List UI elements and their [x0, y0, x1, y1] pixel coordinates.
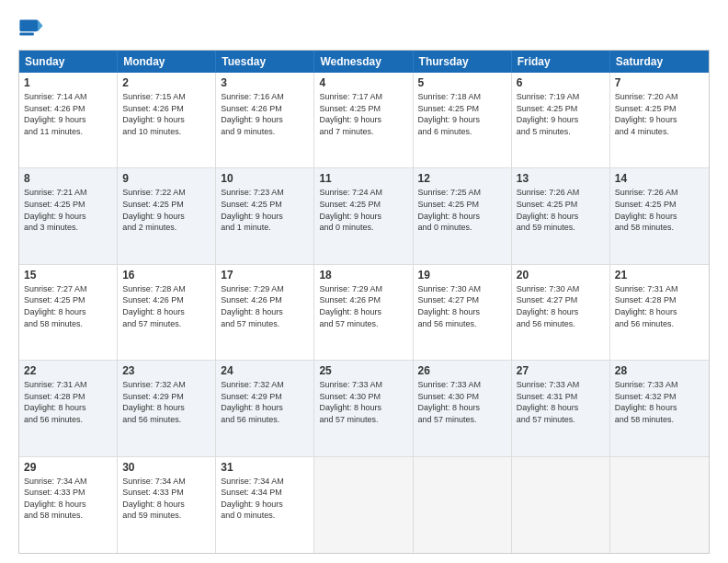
calendar-page: SundayMondayTuesdayWednesdayThursdayFrid… — [0, 0, 728, 563]
day-number: 22 — [24, 364, 112, 377]
cell-info: Sunrise: 7:34 AMSunset: 4:33 PMDaylight:… — [122, 476, 210, 522]
day-number: 11 — [319, 172, 407, 185]
calendar-cell-1: 1Sunrise: 7:14 AMSunset: 4:26 PMDaylight… — [19, 73, 118, 167]
day-number: 20 — [517, 269, 605, 282]
calendar-cell-7: 7Sunrise: 7:20 AMSunset: 4:25 PMDaylight… — [610, 73, 709, 167]
weekday-header-thursday: Thursday — [414, 51, 512, 73]
day-number: 15 — [24, 269, 112, 282]
calendar: SundayMondayTuesdayWednesdayThursdayFrid… — [18, 50, 710, 554]
cell-info: Sunrise: 7:33 AMSunset: 4:30 PMDaylight:… — [319, 379, 407, 425]
calendar-row-4: 22Sunrise: 7:31 AMSunset: 4:28 PMDayligh… — [19, 361, 709, 456]
cell-info: Sunrise: 7:24 AMSunset: 4:25 PMDaylight:… — [319, 187, 407, 233]
cell-info: Sunrise: 7:18 AMSunset: 4:25 PMDaylight:… — [418, 91, 506, 137]
calendar-cell-empty — [414, 457, 512, 553]
cell-info: Sunrise: 7:26 AMSunset: 4:25 PMDaylight:… — [517, 187, 605, 233]
calendar-cell-19: 19Sunrise: 7:30 AMSunset: 4:27 PMDayligh… — [414, 265, 512, 360]
day-number: 26 — [418, 364, 506, 377]
day-number: 1 — [24, 76, 112, 89]
cell-info: Sunrise: 7:25 AMSunset: 4:25 PMDaylight:… — [418, 187, 506, 233]
cell-info: Sunrise: 7:16 AMSunset: 4:26 PMDaylight:… — [221, 91, 309, 137]
calendar-cell-10: 10Sunrise: 7:23 AMSunset: 4:25 PMDayligh… — [216, 168, 314, 263]
day-number: 2 — [122, 76, 210, 89]
calendar-cell-20: 20Sunrise: 7:30 AMSunset: 4:27 PMDayligh… — [512, 265, 610, 360]
cell-info: Sunrise: 7:29 AMSunset: 4:26 PMDaylight:… — [221, 283, 309, 329]
calendar-cell-3: 3Sunrise: 7:16 AMSunset: 4:26 PMDaylight… — [216, 73, 314, 167]
calendar-cell-24: 24Sunrise: 7:32 AMSunset: 4:29 PMDayligh… — [216, 361, 314, 455]
cell-info: Sunrise: 7:20 AMSunset: 4:25 PMDaylight:… — [615, 91, 704, 137]
day-number: 8 — [24, 172, 112, 185]
cell-info: Sunrise: 7:28 AMSunset: 4:26 PMDaylight:… — [122, 283, 210, 329]
calendar-row-2: 8Sunrise: 7:21 AMSunset: 4:25 PMDaylight… — [19, 168, 709, 264]
calendar-cell-empty — [512, 457, 610, 553]
cell-info: Sunrise: 7:32 AMSunset: 4:29 PMDaylight:… — [221, 379, 309, 425]
day-number: 28 — [615, 364, 704, 377]
weekday-header-tuesday: Tuesday — [216, 51, 314, 73]
logo-icon — [18, 15, 44, 40]
calendar-cell-23: 23Sunrise: 7:32 AMSunset: 4:29 PMDayligh… — [118, 361, 216, 455]
calendar-cell-15: 15Sunrise: 7:27 AMSunset: 4:25 PMDayligh… — [19, 265, 118, 360]
day-number: 16 — [122, 269, 210, 282]
day-number: 12 — [418, 172, 506, 185]
weekday-header-saturday: Saturday — [610, 51, 709, 73]
calendar-cell-18: 18Sunrise: 7:29 AMSunset: 4:26 PMDayligh… — [314, 265, 413, 360]
weekday-header-wednesday: Wednesday — [314, 51, 413, 73]
calendar-row-5: 29Sunrise: 7:34 AMSunset: 4:33 PMDayligh… — [19, 457, 709, 553]
day-number: 18 — [319, 269, 407, 282]
day-number: 25 — [319, 364, 407, 377]
page-header — [18, 15, 710, 40]
calendar-cell-6: 6Sunrise: 7:19 AMSunset: 4:25 PMDaylight… — [512, 73, 610, 167]
cell-info: Sunrise: 7:27 AMSunset: 4:25 PMDaylight:… — [24, 283, 112, 329]
day-number: 19 — [418, 269, 506, 282]
svg-rect-0 — [19, 20, 38, 32]
calendar-cell-22: 22Sunrise: 7:31 AMSunset: 4:28 PMDayligh… — [19, 361, 118, 455]
calendar-cell-empty — [314, 457, 413, 553]
cell-info: Sunrise: 7:26 AMSunset: 4:25 PMDaylight:… — [615, 187, 704, 233]
calendar-body: 1Sunrise: 7:14 AMSunset: 4:26 PMDaylight… — [19, 73, 709, 553]
calendar-header: SundayMondayTuesdayWednesdayThursdayFrid… — [19, 51, 709, 73]
calendar-cell-14: 14Sunrise: 7:26 AMSunset: 4:25 PMDayligh… — [610, 168, 709, 263]
day-number: 31 — [221, 461, 309, 474]
cell-info: Sunrise: 7:34 AMSunset: 4:34 PMDaylight:… — [221, 476, 309, 522]
day-number: 3 — [221, 76, 309, 89]
cell-info: Sunrise: 7:14 AMSunset: 4:26 PMDaylight:… — [24, 91, 112, 137]
calendar-cell-31: 31Sunrise: 7:34 AMSunset: 4:34 PMDayligh… — [216, 457, 314, 553]
cell-info: Sunrise: 7:32 AMSunset: 4:29 PMDaylight:… — [122, 379, 210, 425]
cell-info: Sunrise: 7:31 AMSunset: 4:28 PMDaylight:… — [615, 283, 704, 329]
cell-info: Sunrise: 7:29 AMSunset: 4:26 PMDaylight:… — [319, 283, 407, 329]
weekday-header-friday: Friday — [512, 51, 610, 73]
calendar-cell-30: 30Sunrise: 7:34 AMSunset: 4:33 PMDayligh… — [118, 457, 216, 553]
calendar-row-3: 15Sunrise: 7:27 AMSunset: 4:25 PMDayligh… — [19, 265, 709, 361]
day-number: 24 — [221, 364, 309, 377]
svg-rect-2 — [19, 33, 33, 36]
calendar-cell-2: 2Sunrise: 7:15 AMSunset: 4:26 PMDaylight… — [118, 73, 216, 167]
calendar-cell-28: 28Sunrise: 7:33 AMSunset: 4:32 PMDayligh… — [610, 361, 709, 455]
calendar-cell-empty — [610, 457, 709, 553]
day-number: 27 — [517, 364, 605, 377]
cell-info: Sunrise: 7:23 AMSunset: 4:25 PMDaylight:… — [221, 187, 309, 233]
cell-info: Sunrise: 7:34 AMSunset: 4:33 PMDaylight:… — [24, 476, 112, 522]
day-number: 7 — [615, 76, 704, 89]
cell-info: Sunrise: 7:22 AMSunset: 4:25 PMDaylight:… — [122, 187, 210, 233]
calendar-cell-21: 21Sunrise: 7:31 AMSunset: 4:28 PMDayligh… — [610, 265, 709, 360]
cell-info: Sunrise: 7:15 AMSunset: 4:26 PMDaylight:… — [122, 91, 210, 137]
cell-info: Sunrise: 7:33 AMSunset: 4:32 PMDaylight:… — [615, 379, 704, 425]
calendar-row-1: 1Sunrise: 7:14 AMSunset: 4:26 PMDaylight… — [19, 73, 709, 168]
cell-info: Sunrise: 7:33 AMSunset: 4:30 PMDaylight:… — [418, 379, 506, 425]
cell-info: Sunrise: 7:31 AMSunset: 4:28 PMDaylight:… — [24, 379, 112, 425]
logo — [18, 15, 46, 40]
cell-info: Sunrise: 7:33 AMSunset: 4:31 PMDaylight:… — [517, 379, 605, 425]
day-number: 5 — [418, 76, 506, 89]
day-number: 4 — [319, 76, 407, 89]
day-number: 9 — [122, 172, 210, 185]
calendar-cell-27: 27Sunrise: 7:33 AMSunset: 4:31 PMDayligh… — [512, 361, 610, 455]
calendar-cell-5: 5Sunrise: 7:18 AMSunset: 4:25 PMDaylight… — [414, 73, 512, 167]
day-number: 14 — [615, 172, 704, 185]
calendar-cell-13: 13Sunrise: 7:26 AMSunset: 4:25 PMDayligh… — [512, 168, 610, 263]
weekday-header-sunday: Sunday — [19, 51, 118, 73]
calendar-cell-16: 16Sunrise: 7:28 AMSunset: 4:26 PMDayligh… — [118, 265, 216, 360]
calendar-cell-8: 8Sunrise: 7:21 AMSunset: 4:25 PMDaylight… — [19, 168, 118, 263]
calendar-cell-26: 26Sunrise: 7:33 AMSunset: 4:30 PMDayligh… — [414, 361, 512, 455]
cell-info: Sunrise: 7:17 AMSunset: 4:25 PMDaylight:… — [319, 91, 407, 137]
day-number: 21 — [615, 269, 704, 282]
calendar-cell-4: 4Sunrise: 7:17 AMSunset: 4:25 PMDaylight… — [314, 73, 413, 167]
